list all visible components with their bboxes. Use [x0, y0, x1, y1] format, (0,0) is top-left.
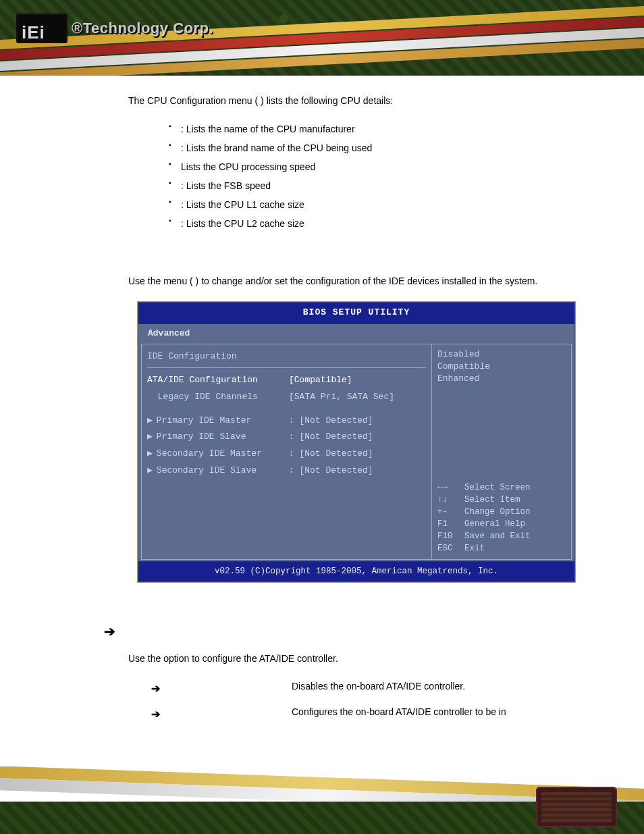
ata-option-list: ➔ Disables the on-board ATA/IDE controll… [151, 677, 583, 724]
help-text: Change Option [464, 507, 531, 517]
p2-b: menu ( [163, 276, 193, 286]
help-key: F10 [437, 530, 464, 542]
arrow-right-icon: ➔ [151, 704, 163, 725]
option-item: Disabled [437, 348, 566, 361]
triangle-right-icon: ▶ [147, 413, 153, 429]
bios-help: ←→Select Screen ↑↓Select Item +-Change O… [437, 481, 566, 555]
bios-row-ata[interactable]: ATA/IDE Configuration [Compatible] [147, 372, 426, 389]
bios-window: BIOS SETUP UTILITY Advanced IDE Configur… [138, 302, 575, 582]
dev-label: Primary IDE Master [157, 413, 289, 429]
brand-logo: ®Technology Corp. [16, 14, 213, 43]
triangle-right-icon: ▶ [147, 446, 153, 463]
bios-tab-advanced[interactable]: Advanced [148, 328, 190, 338]
cpu-detail-list: : Lists the name of the CPU manufacturer… [169, 120, 583, 233]
triangle-right-icon: ▶ [147, 463, 153, 479]
option-item: Enhanced [437, 373, 566, 385]
bios-heading: IDE Configuration [147, 348, 426, 365]
list-item: : Lists the brand name of the CPU being … [169, 138, 583, 157]
row-label: Legacy IDE Channels [147, 389, 289, 406]
intro-post: ) lists the following CPU details: [261, 95, 393, 106]
ata-config-line: Use the option to configure the ATA/IDE … [128, 650, 583, 668]
help-text: Select Screen [464, 483, 531, 492]
intro-line: The CPU Configuration menu ( ) lists the… [128, 92, 583, 110]
triangle-right-icon: ▶ [147, 429, 153, 446]
help-key: +- [437, 506, 464, 518]
dev-value: : [Not Detected] [289, 446, 373, 463]
arrow-right-icon: ➔ [104, 619, 115, 644]
ide-paragraph: Use the menu ( ) to change and/or set th… [128, 272, 583, 290]
list-item: : Lists the FSB speed [169, 176, 583, 195]
bios-footer: v02.59 (C)Copyright 1985-2005, American … [138, 561, 574, 582]
chip-icon [536, 787, 617, 827]
brand-name: Technology Corp. [83, 20, 213, 36]
option-row: ➔ Disables the on-board ATA/IDE controll… [151, 677, 583, 698]
bios-left-pane: IDE Configuration ATA/IDE Configuration … [141, 344, 431, 560]
divider [147, 367, 426, 368]
bios-dev-row[interactable]: ▶ Primary IDE Master : [Not Detected] [147, 413, 426, 429]
bios-options: Disabled Compatible Enhanced [437, 348, 566, 386]
help-key: ←→ [437, 481, 464, 494]
option-item: Compatible [437, 361, 566, 373]
bios-body: IDE Configuration ATA/IDE Configuration … [138, 342, 574, 561]
help-text: General Help [464, 519, 525, 529]
dev-label: Secondary IDE Master [157, 446, 289, 463]
header-banner: ®Technology Corp. [0, 0, 644, 76]
dev-label: Secondary IDE Slave [157, 463, 289, 479]
p2-a: Use the [128, 276, 163, 286]
list-item: Lists the CPU processing speed [169, 157, 583, 176]
row-value: [SATA Pri, SATA Sec] [289, 389, 394, 406]
p2-c: ) to change and/or set the configuration… [196, 276, 538, 286]
help-text: Select Item [464, 495, 520, 504]
help-text: Save and Exit [464, 531, 531, 541]
tail: option to configure the ATA/IDE controll… [163, 653, 338, 664]
help-key: ESC [437, 542, 464, 554]
bios-row-legacy[interactable]: Legacy IDE Channels [SATA Pri, SATA Sec] [147, 389, 426, 406]
list-item: : Lists the CPU L1 cache size [169, 195, 583, 214]
bios-dev-row[interactable]: ▶ Secondary IDE Slave : [Not Detected] [147, 463, 426, 479]
bios-dev-row[interactable]: ▶ Secondary IDE Master : [Not Detected] [147, 446, 426, 463]
brand-text: ®Technology Corp. [72, 14, 213, 43]
option-text: Disables the on-board ATA/IDE controller… [170, 677, 583, 696]
bios-tabs: Advanced [138, 324, 574, 342]
option-row: ➔ Configures the on-board ATA/IDE contro… [151, 703, 583, 723]
lead: Use the [128, 653, 163, 664]
opt-desc: Disables the on-board ATA/IDE controller… [292, 681, 465, 692]
intro-pre: The CPU Configuration menu ( [128, 95, 258, 106]
list-item: : Lists the CPU L2 cache size [169, 214, 583, 233]
help-key: ↑↓ [437, 494, 464, 506]
bios-dev-row[interactable]: ▶ Primary IDE Slave : [Not Detected] [147, 429, 426, 446]
bios-figure: BIOS SETUP UTILITY Advanced IDE Configur… [138, 302, 575, 582]
footer-banner [0, 766, 644, 834]
dev-value: : [Not Detected] [289, 463, 373, 479]
logo-mark-icon [16, 14, 68, 43]
opt-desc: Configures the on-board ATA/IDE controll… [292, 706, 506, 717]
help-key: F1 [437, 518, 464, 530]
row-value: [Compatible] [289, 372, 352, 389]
arrow-right-icon: ➔ [151, 679, 163, 699]
list-item: : Lists the name of the CPU manufacturer [169, 120, 583, 138]
dev-value: : [Not Detected] [289, 413, 373, 429]
dev-label: Primary IDE Slave [157, 429, 289, 446]
option-text: Configures the on-board ATA/IDE controll… [170, 703, 583, 721]
bios-title: BIOS SETUP UTILITY [138, 303, 574, 324]
registered-mark: ® [72, 20, 83, 36]
dev-value: : [Not Detected] [289, 429, 373, 446]
help-text: Exit [464, 544, 485, 553]
page-content: The CPU Configuration menu ( ) lists the… [0, 76, 644, 724]
section-marker: ➔ [104, 617, 583, 643]
row-label: ATA/IDE Configuration [147, 372, 289, 389]
bios-right-pane: Disabled Compatible Enhanced ←→Select Sc… [431, 344, 572, 560]
